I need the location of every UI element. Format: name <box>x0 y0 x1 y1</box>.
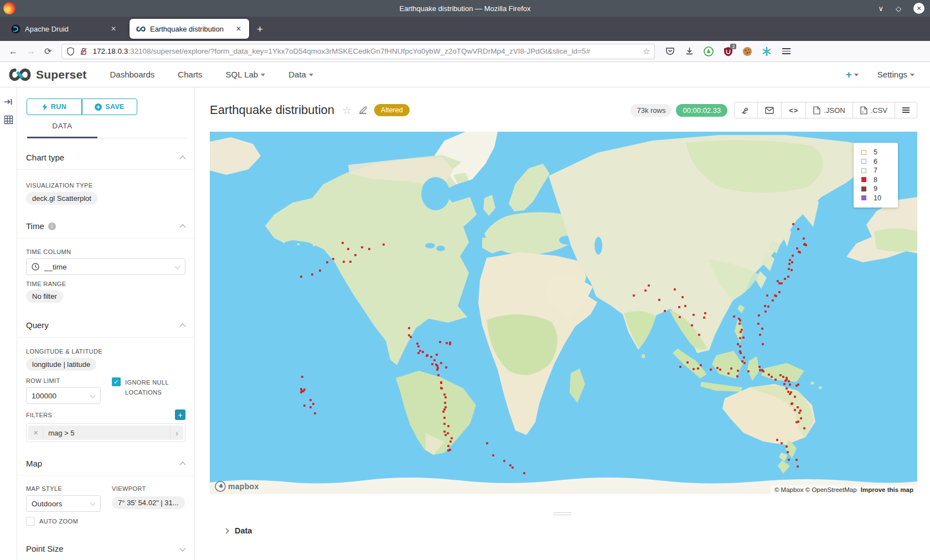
attribution-osm[interactable]: © OpenStreetMap <box>805 486 857 493</box>
dataset-grid-icon[interactable] <box>4 115 13 125</box>
forward-button[interactable]: → <box>27 46 35 56</box>
earthquake-dot <box>803 427 805 429</box>
section-map[interactable]: Map <box>26 459 185 468</box>
viewport-value[interactable]: 7° 35' 54.02" | 31... <box>112 496 185 509</box>
earthquake-dot <box>349 261 352 263</box>
legend-swatch <box>861 150 866 155</box>
pocket-icon[interactable] <box>665 46 675 56</box>
tab-data[interactable]: DATA <box>27 122 97 130</box>
collapse-panel-icon[interactable] <box>4 97 13 106</box>
lonlat-value[interactable]: longitude | latitude <box>26 358 96 371</box>
export-json-button[interactable]: .JSON <box>805 102 852 118</box>
back-button[interactable]: ← <box>9 46 18 56</box>
earthquake-dot <box>422 351 424 353</box>
time-range-value[interactable]: No filter <box>26 290 63 303</box>
expand-filter-icon[interactable]: › <box>170 426 183 440</box>
chevron-down-icon[interactable] <box>180 546 185 552</box>
panel-drag-handle[interactable] <box>554 511 571 517</box>
earthquake-dot <box>727 372 730 375</box>
deckgl-scatterplot-map[interactable]: 5 6 7 8 9 10 mapbox © Mapbox © OpenStree… <box>210 132 917 494</box>
superset-logo[interactable]: Superset <box>9 68 86 81</box>
run-button[interactable]: RUN <box>27 98 82 115</box>
section-time[interactable]: Timei <box>26 221 185 231</box>
nav-sql-lab[interactable]: SQL Lab <box>226 70 266 79</box>
save-button[interactable]: SAVE <box>82 98 137 115</box>
add-filter-button[interactable]: + <box>175 409 185 420</box>
chevron-up-icon[interactable] <box>180 224 185 229</box>
earthquake-dot <box>759 334 761 336</box>
ignore-null-checkbox-row[interactable]: ✓ IGNORE NULLLOCATIONS <box>112 377 185 397</box>
mapbox-logo[interactable]: mapbox <box>215 481 259 492</box>
earthquake-dot <box>445 434 447 436</box>
chevron-up-icon[interactable] <box>180 155 185 160</box>
tracking-shield-icon[interactable] <box>66 47 75 56</box>
map-attribution: © Mapbox © OpenStreetMap Improve this ma… <box>771 485 917 494</box>
privacy-badger-icon[interactable] <box>704 46 714 56</box>
earthquake-dot <box>697 367 699 370</box>
browser-tab-apache-druid[interactable]: Apache Druid ✕ <box>4 19 124 39</box>
map-style-select[interactable]: Outdoors <box>26 495 101 512</box>
browser-tab-earthquake-distribution[interactable]: Earthquake distribution ✕ <box>130 19 249 39</box>
earthquake-dot <box>804 243 806 245</box>
remove-filter-icon[interactable]: ✕ <box>28 426 43 440</box>
earthquake-dot <box>797 406 799 408</box>
auto-zoom-checkbox-row[interactable]: AUTO ZOOM <box>26 516 185 526</box>
checkbox-checked-icon[interactable]: ✓ <box>112 377 121 386</box>
section-query[interactable]: Query <box>26 320 185 330</box>
downloads-icon[interactable] <box>684 46 694 56</box>
ublock-shield-icon[interactable]: 2 <box>723 46 733 56</box>
nav-charts[interactable]: Charts <box>178 70 202 79</box>
file-icon <box>813 106 820 115</box>
reload-button[interactable]: ⟳ <box>44 46 51 56</box>
insecure-lock-icon[interactable] <box>79 47 88 56</box>
map-legend[interactable]: 5 6 7 8 9 10 <box>854 143 898 208</box>
earthquake-dot <box>633 294 635 297</box>
time-column-select[interactable]: __time <box>26 258 185 275</box>
browser-menu-icon[interactable] <box>781 46 791 56</box>
data-panel-toggle[interactable]: Data <box>224 526 252 535</box>
tab-close-icon[interactable]: ✕ <box>234 24 244 34</box>
embed-code-button[interactable]: <> <box>781 102 805 118</box>
earthquake-dot <box>740 331 742 333</box>
earthquake-dot <box>716 367 719 369</box>
window-maximize-button[interactable]: ◇ <box>896 5 901 12</box>
edit-pencil-icon[interactable] <box>359 106 368 115</box>
nav-data[interactable]: Data <box>288 70 313 79</box>
checkbox-unchecked-icon[interactable] <box>26 517 35 526</box>
earthquake-dot <box>368 248 370 250</box>
attribution-improve-link[interactable]: Improve this map <box>861 486 913 493</box>
earthquake-dot <box>743 356 745 359</box>
export-csv-button[interactable]: x.CSV <box>852 102 895 118</box>
earthquake-dot <box>781 442 783 444</box>
nav-dashboards[interactable]: Dashboards <box>110 70 154 79</box>
cookie-icon[interactable] <box>742 46 752 56</box>
row-limit-select[interactable]: 100000 <box>26 387 101 404</box>
earthquake-dot <box>383 243 385 246</box>
tab-close-icon[interactable]: ✕ <box>108 24 118 34</box>
earthquake-dot <box>447 445 450 447</box>
earthquake-dot <box>691 324 693 326</box>
section-chart-type[interactable]: Chart type <box>26 153 185 162</box>
earthquake-dot <box>787 451 789 453</box>
section-point-size[interactable]: Point Size <box>26 544 185 553</box>
map-style-label: MAP STYLE <box>26 485 101 492</box>
earthquake-dot <box>450 440 452 443</box>
window-close-button[interactable]: ✕ <box>913 3 924 14</box>
asterisk-extension-icon[interactable] <box>762 46 772 56</box>
attribution-mapbox[interactable]: © Mapbox <box>774 486 804 493</box>
chevron-up-icon[interactable] <box>180 323 185 328</box>
share-email-button[interactable] <box>757 102 781 118</box>
visualization-type-value[interactable]: deck.gl Scatterplot <box>26 192 97 205</box>
settings-menu[interactable]: Settings <box>877 70 914 79</box>
favorite-star-icon[interactable]: ☆ <box>342 104 352 117</box>
window-minimize-button[interactable]: ∨ <box>878 5 884 12</box>
bookmark-star-icon[interactable]: ☆ <box>643 46 650 56</box>
chart-menu-button[interactable] <box>895 102 917 118</box>
copy-link-button[interactable] <box>735 102 757 118</box>
filter-chip[interactable]: ✕ mag > 5 › <box>28 426 183 440</box>
add-new-button[interactable]: + <box>846 69 859 81</box>
altered-badge[interactable]: Altered <box>374 104 410 116</box>
chevron-up-icon[interactable] <box>180 461 185 466</box>
url-bar[interactable]: 172.18.0.3:32108/superset/explore/?form_… <box>61 44 655 59</box>
new-tab-button[interactable]: + <box>257 23 263 35</box>
